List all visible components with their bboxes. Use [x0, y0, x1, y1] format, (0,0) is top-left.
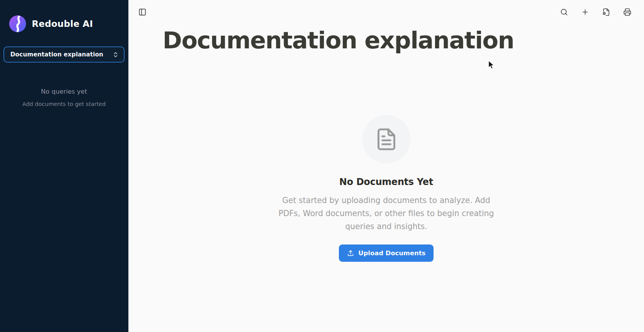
sidebar: Redouble AI Documentation explanation No… [0, 0, 128, 332]
add-button[interactable] [581, 8, 589, 16]
empty-state-illustration [362, 115, 411, 164]
brand-name: Redouble AI [32, 19, 93, 29]
sidebar-empty-subtitle: Add documents to get started [0, 101, 128, 107]
empty-state-title: No Documents Yet [339, 177, 433, 187]
topbar [128, 0, 644, 24]
file-text-icon [375, 127, 398, 151]
redouble-logo-icon [9, 15, 26, 32]
main-panel: Documentation explanation No Documents Y… [128, 0, 644, 332]
upload-icon [347, 249, 354, 257]
topbar-actions [560, 8, 631, 16]
empty-state-description: Get started by uploading documents to an… [278, 194, 495, 233]
chevrons-up-down-icon [112, 51, 119, 58]
plus-icon [581, 8, 589, 16]
print-button[interactable] [623, 8, 631, 16]
file-cog-icon [602, 8, 610, 16]
upload-documents-button[interactable]: Upload Documents [339, 244, 434, 262]
project-selector-value: Documentation explanation [10, 51, 103, 58]
toggle-sidebar-button[interactable] [138, 8, 146, 16]
sidebar-empty-state: No queries yet Add documents to get star… [0, 88, 128, 107]
search-button[interactable] [560, 8, 568, 16]
page-title: Documentation explanation [128, 27, 548, 54]
empty-state: No Documents Yet Get started by uploadin… [128, 115, 644, 262]
project-selector[interactable]: Documentation explanation [3, 46, 125, 63]
panel-left-icon [138, 8, 146, 16]
printer-icon [623, 8, 631, 16]
search-icon [560, 8, 568, 16]
file-settings-button[interactable] [602, 8, 610, 16]
sidebar-empty-title: No queries yet [0, 88, 128, 95]
upload-documents-label: Upload Documents [358, 249, 426, 257]
brand: Redouble AI [0, 0, 128, 32]
title-row: Documentation explanation [128, 27, 644, 54]
